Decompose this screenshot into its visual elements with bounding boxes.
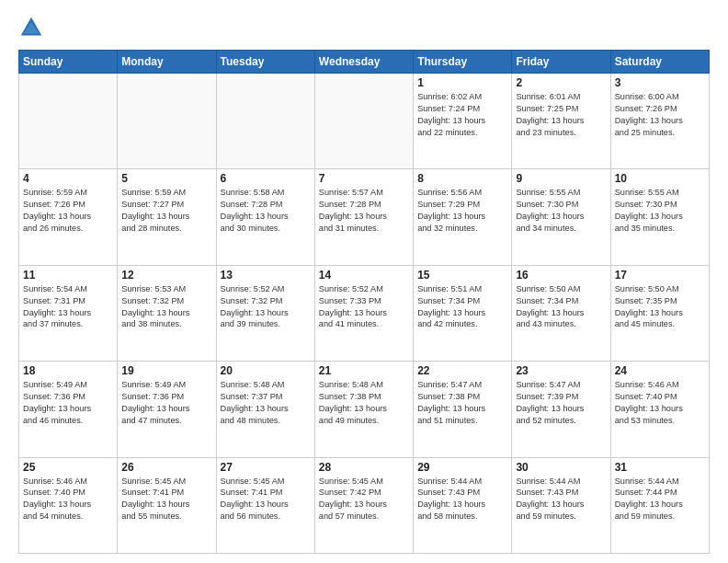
week-row-5: 25Sunrise: 5:46 AMSunset: 7:40 PMDayligh… — [19, 457, 710, 553]
day-cell: 15Sunrise: 5:51 AMSunset: 7:34 PMDayligh… — [414, 265, 512, 361]
day-number: 19 — [121, 364, 211, 377]
day-info: Sunrise: 5:57 AMSunset: 7:28 PMDaylight:… — [319, 187, 409, 235]
day-info: Sunrise: 5:54 AMSunset: 7:31 PMDaylight:… — [23, 283, 113, 331]
calendar: SundayMondayTuesdayWednesdayThursdayFrid… — [18, 50, 710, 554]
header — [18, 15, 710, 40]
weekday-sunday: Sunday — [19, 51, 118, 74]
page: SundayMondayTuesdayWednesdayThursdayFrid… — [0, 0, 728, 563]
day-info: Sunrise: 5:44 AMSunset: 7:43 PMDaylight:… — [516, 476, 606, 523]
day-cell: 26Sunrise: 5:45 AMSunset: 7:41 PMDayligh… — [118, 457, 216, 553]
day-cell: 19Sunrise: 5:49 AMSunset: 7:36 PMDayligh… — [118, 362, 216, 457]
day-cell: 10Sunrise: 5:55 AMSunset: 7:30 PMDayligh… — [610, 169, 709, 265]
day-number: 16 — [516, 269, 606, 282]
day-cell: 16Sunrise: 5:50 AMSunset: 7:34 PMDayligh… — [512, 265, 610, 361]
day-cell: 6Sunrise: 5:58 AMSunset: 7:28 PMDaylight… — [216, 169, 314, 265]
day-cell: 3Sunrise: 6:00 AMSunset: 7:26 PMDaylight… — [610, 74, 709, 169]
day-info: Sunrise: 5:48 AMSunset: 7:38 PMDaylight:… — [319, 379, 409, 427]
day-number: 25 — [23, 461, 113, 474]
day-cell — [19, 74, 118, 169]
day-cell: 2Sunrise: 6:01 AMSunset: 7:25 PMDaylight… — [512, 74, 610, 169]
day-cell: 25Sunrise: 5:46 AMSunset: 7:40 PMDayligh… — [19, 457, 118, 553]
day-info: Sunrise: 5:51 AMSunset: 7:34 PMDaylight:… — [417, 283, 507, 331]
day-number: 3 — [615, 76, 705, 89]
day-cell: 14Sunrise: 5:52 AMSunset: 7:33 PMDayligh… — [314, 265, 413, 361]
day-cell: 4Sunrise: 5:59 AMSunset: 7:26 PMDaylight… — [19, 169, 118, 265]
day-number: 1 — [417, 76, 507, 89]
day-number: 15 — [417, 269, 507, 282]
day-info: Sunrise: 6:02 AMSunset: 7:24 PMDaylight:… — [417, 91, 507, 139]
day-cell: 29Sunrise: 5:44 AMSunset: 7:43 PMDayligh… — [414, 457, 512, 553]
day-number: 4 — [23, 172, 113, 185]
day-cell — [314, 74, 413, 169]
day-number: 20 — [221, 364, 311, 377]
day-number: 2 — [516, 76, 606, 89]
day-info: Sunrise: 5:44 AMSunset: 7:43 PMDaylight:… — [417, 476, 507, 523]
day-cell: 5Sunrise: 5:59 AMSunset: 7:27 PMDaylight… — [118, 169, 216, 265]
day-info: Sunrise: 5:46 AMSunset: 7:40 PMDaylight:… — [23, 476, 113, 523]
day-number: 27 — [221, 461, 311, 474]
day-number: 13 — [221, 269, 311, 282]
weekday-wednesday: Wednesday — [314, 51, 413, 74]
logo — [18, 15, 48, 40]
weekday-saturday: Saturday — [610, 51, 709, 74]
week-row-1: 1Sunrise: 6:02 AMSunset: 7:24 PMDaylight… — [19, 74, 710, 169]
day-number: 11 — [23, 269, 113, 282]
day-info: Sunrise: 5:52 AMSunset: 7:32 PMDaylight:… — [221, 283, 311, 331]
day-info: Sunrise: 5:49 AMSunset: 7:36 PMDaylight:… — [23, 379, 113, 427]
day-info: Sunrise: 5:50 AMSunset: 7:34 PMDaylight:… — [516, 283, 606, 331]
day-cell: 30Sunrise: 5:44 AMSunset: 7:43 PMDayligh… — [512, 457, 610, 553]
day-number: 30 — [516, 461, 606, 474]
day-cell: 20Sunrise: 5:48 AMSunset: 7:37 PMDayligh… — [216, 362, 314, 457]
day-number: 31 — [615, 461, 705, 474]
week-row-2: 4Sunrise: 5:59 AMSunset: 7:26 PMDaylight… — [19, 169, 710, 265]
day-cell: 22Sunrise: 5:47 AMSunset: 7:38 PMDayligh… — [414, 362, 512, 457]
day-cell: 18Sunrise: 5:49 AMSunset: 7:36 PMDayligh… — [19, 362, 118, 457]
day-info: Sunrise: 5:45 AMSunset: 7:41 PMDaylight:… — [121, 476, 211, 523]
day-cell: 1Sunrise: 6:02 AMSunset: 7:24 PMDaylight… — [414, 74, 512, 169]
day-info: Sunrise: 5:46 AMSunset: 7:40 PMDaylight:… — [615, 379, 705, 427]
logo-icon — [18, 15, 44, 40]
day-info: Sunrise: 5:50 AMSunset: 7:35 PMDaylight:… — [615, 283, 705, 331]
day-info: Sunrise: 5:55 AMSunset: 7:30 PMDaylight:… — [516, 187, 606, 235]
week-row-4: 18Sunrise: 5:49 AMSunset: 7:36 PMDayligh… — [19, 362, 710, 457]
day-number: 18 — [23, 364, 113, 377]
day-cell: 11Sunrise: 5:54 AMSunset: 7:31 PMDayligh… — [19, 265, 118, 361]
day-number: 22 — [417, 364, 507, 377]
day-number: 12 — [121, 269, 211, 282]
day-number: 26 — [121, 461, 211, 474]
weekday-monday: Monday — [118, 51, 216, 74]
day-number: 17 — [615, 269, 705, 282]
day-cell: 24Sunrise: 5:46 AMSunset: 7:40 PMDayligh… — [610, 362, 709, 457]
day-cell — [216, 74, 314, 169]
day-cell — [118, 74, 216, 169]
day-cell: 13Sunrise: 5:52 AMSunset: 7:32 PMDayligh… — [216, 265, 314, 361]
day-cell: 21Sunrise: 5:48 AMSunset: 7:38 PMDayligh… — [314, 362, 413, 457]
day-info: Sunrise: 5:59 AMSunset: 7:27 PMDaylight:… — [121, 187, 211, 235]
day-info: Sunrise: 5:58 AMSunset: 7:28 PMDaylight:… — [221, 187, 311, 235]
day-cell: 8Sunrise: 5:56 AMSunset: 7:29 PMDaylight… — [414, 169, 512, 265]
day-cell: 12Sunrise: 5:53 AMSunset: 7:32 PMDayligh… — [118, 265, 216, 361]
day-number: 24 — [615, 364, 705, 377]
day-info: Sunrise: 5:45 AMSunset: 7:42 PMDaylight:… — [319, 476, 409, 523]
day-number: 14 — [319, 269, 409, 282]
day-number: 5 — [121, 172, 211, 185]
day-number: 28 — [319, 461, 409, 474]
weekday-header-row: SundayMondayTuesdayWednesdayThursdayFrid… — [19, 51, 710, 74]
day-cell: 7Sunrise: 5:57 AMSunset: 7:28 PMDaylight… — [314, 169, 413, 265]
week-row-3: 11Sunrise: 5:54 AMSunset: 7:31 PMDayligh… — [19, 265, 710, 361]
weekday-tuesday: Tuesday — [216, 51, 314, 74]
day-cell: 28Sunrise: 5:45 AMSunset: 7:42 PMDayligh… — [314, 457, 413, 553]
day-info: Sunrise: 6:01 AMSunset: 7:25 PMDaylight:… — [516, 91, 606, 139]
day-number: 29 — [417, 461, 507, 474]
day-info: Sunrise: 6:00 AMSunset: 7:26 PMDaylight:… — [615, 91, 705, 139]
day-number: 7 — [319, 172, 409, 185]
day-info: Sunrise: 5:59 AMSunset: 7:26 PMDaylight:… — [23, 187, 113, 235]
day-number: 21 — [319, 364, 409, 377]
day-info: Sunrise: 5:56 AMSunset: 7:29 PMDaylight:… — [417, 187, 507, 235]
day-number: 23 — [516, 364, 606, 377]
day-info: Sunrise: 5:44 AMSunset: 7:44 PMDaylight:… — [615, 476, 705, 523]
weekday-thursday: Thursday — [414, 51, 512, 74]
day-info: Sunrise: 5:45 AMSunset: 7:41 PMDaylight:… — [221, 476, 311, 523]
day-cell: 31Sunrise: 5:44 AMSunset: 7:44 PMDayligh… — [610, 457, 709, 553]
day-number: 9 — [516, 172, 606, 185]
